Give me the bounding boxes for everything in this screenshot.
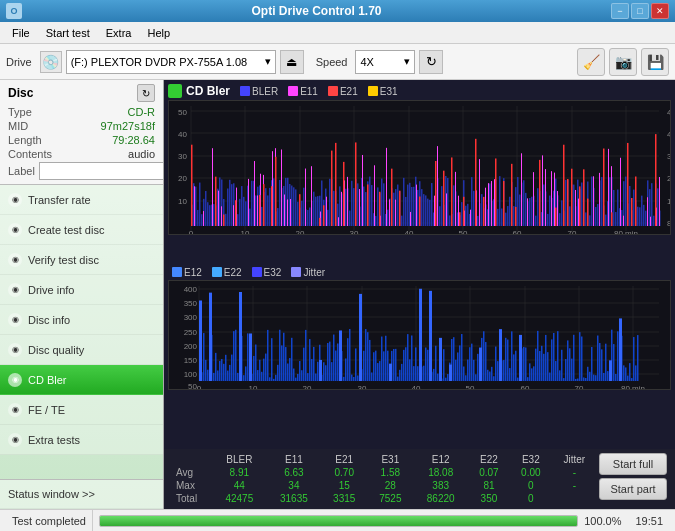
e22-color <box>212 267 222 277</box>
col-header-e12: E12 <box>413 453 468 466</box>
stats-body: Avg8.916.630.701.5818.080.070.00-Max4434… <box>172 466 667 505</box>
svg-text:50: 50 <box>466 384 475 390</box>
drive-icon: 💿 <box>40 51 62 73</box>
charts-wrapper: CD Bler BLER E11 E21 <box>164 80 675 449</box>
nav-icon-drive-info: ◉ <box>8 283 22 297</box>
svg-text:20: 20 <box>296 229 305 235</box>
toolbar: Drive 💿 (F:) PLEXTOR DVDR PX-755A 1.08 ▾… <box>0 44 675 80</box>
nav-item-cd-bler[interactable]: ◉CD Bler <box>0 365 163 395</box>
length-value: 79:28.64 <box>112 134 155 146</box>
e12-color <box>172 267 182 277</box>
time-display: 19:51 <box>635 515 663 527</box>
e32-color <box>252 267 262 277</box>
nav-item-verify-test-disc[interactable]: ◉Verify test disc <box>0 245 163 275</box>
label-input[interactable] <box>39 162 164 180</box>
start-part-button[interactable]: Start part <box>599 478 667 500</box>
nav-label-fe-te: FE / TE <box>28 404 65 416</box>
svg-text:32X: 32X <box>667 152 670 161</box>
col-header-bler: BLER <box>212 453 267 466</box>
col-header-e31: E31 <box>367 453 413 466</box>
nav-item-disc-quality[interactable]: ◉Disc quality <box>0 335 163 365</box>
nav-label-verify-test-disc: Verify test disc <box>28 254 99 266</box>
nav-item-extra-tests[interactable]: ◉Extra tests <box>0 425 163 455</box>
menu-start-test[interactable]: Start test <box>38 25 98 41</box>
drive-label: Drive <box>6 56 32 68</box>
status-window-button[interactable]: Status window >> <box>0 479 163 509</box>
start-full-button[interactable]: Start full <box>599 453 667 475</box>
col-header-jitter: Jitter <box>552 453 597 466</box>
eraser-button[interactable]: 🧹 <box>577 48 605 76</box>
svg-text:40: 40 <box>412 384 421 390</box>
svg-text:20: 20 <box>303 384 312 390</box>
stats-cell: 0 <box>510 479 552 492</box>
bler-label: BLER <box>252 86 278 97</box>
save-button[interactable]: 💾 <box>641 48 669 76</box>
svg-text:350: 350 <box>184 299 198 308</box>
svg-text:300: 300 <box>184 313 198 322</box>
col-header-e32: E32 <box>510 453 552 466</box>
menu-extra[interactable]: Extra <box>98 25 140 41</box>
eject-button[interactable]: ⏏ <box>280 50 304 74</box>
status-bar: Test completed 100.0% 19:51 <box>0 509 675 531</box>
menu-help[interactable]: Help <box>139 25 178 41</box>
nav-item-create-test-disc[interactable]: ◉Create test disc <box>0 215 163 245</box>
stats-cell: 34 <box>267 479 322 492</box>
maximize-button[interactable]: □ <box>631 3 649 19</box>
camera-button[interactable]: 📷 <box>609 48 637 76</box>
svg-text:0: 0 <box>197 384 202 390</box>
close-button[interactable]: ✕ <box>651 3 669 19</box>
menu-file[interactable]: File <box>4 25 38 41</box>
col-header-e21: E21 <box>321 453 367 466</box>
chart2-section: E12 E22 E32 Jitter <box>168 267 671 446</box>
disc-refresh-button[interactable]: ↻ <box>137 84 155 102</box>
refresh-button[interactable]: ↻ <box>419 50 443 74</box>
svg-text:30: 30 <box>178 152 187 161</box>
stats-cell: 0 <box>510 492 552 505</box>
status-message-section: Test completed <box>6 510 93 531</box>
nav-label-disc-info: Disc info <box>28 314 70 326</box>
minimize-button[interactable]: − <box>611 3 629 19</box>
e12-label: E12 <box>184 267 202 278</box>
drive-dropdown[interactable]: (F:) PLEXTOR DVDR PX-755A 1.08 ▾ <box>66 50 276 74</box>
svg-text:50: 50 <box>178 108 187 117</box>
e11-color <box>288 86 298 96</box>
nav-icon-verify-test-disc: ◉ <box>8 253 22 267</box>
nav-item-fe-te[interactable]: ◉FE / TE <box>0 395 163 425</box>
svg-text:0: 0 <box>189 229 194 235</box>
stats-cell: 42475 <box>212 492 267 505</box>
progress-bar <box>99 515 578 527</box>
chevron-down-icon: ▾ <box>404 55 410 68</box>
nav-item-transfer-rate[interactable]: ◉Transfer rate <box>0 185 163 215</box>
chevron-down-icon: ▾ <box>265 55 271 68</box>
svg-text:250: 250 <box>184 328 198 337</box>
contents-value: audio <box>128 148 155 160</box>
type-label: Type <box>8 106 32 118</box>
nav-icon-fe-te: ◉ <box>8 403 22 417</box>
length-label: Length <box>8 134 42 146</box>
e21-color <box>328 86 338 96</box>
chart2-title-bar: E12 E22 E32 Jitter <box>168 267 671 278</box>
nav-label-create-test-disc: Create test disc <box>28 224 104 236</box>
status-window-label: Status window >> <box>8 488 95 500</box>
nav-item-drive-info[interactable]: ◉Drive info <box>0 275 163 305</box>
legend2-e32: E32 <box>252 267 282 278</box>
legend-bler: BLER <box>240 86 278 97</box>
svg-text:200: 200 <box>184 342 198 351</box>
content-area: CD Bler BLER E11 E21 <box>164 80 675 509</box>
nav-label-extra-tests: Extra tests <box>28 434 80 446</box>
col-header-e11: E11 <box>267 453 322 466</box>
stats-cell: 0.07 <box>468 466 510 479</box>
e22-label: E22 <box>224 267 242 278</box>
stats-section: BLER E11 E21 E31 E12 E22 E32 Jitter Avg8… <box>164 449 675 509</box>
title-bar: O Opti Drive Control 1.70 − □ ✕ <box>0 0 675 22</box>
nav-list: ◉Transfer rate◉Create test disc◉Verify t… <box>0 185 163 455</box>
svg-text:30: 30 <box>358 384 367 390</box>
legend2-e12: E12 <box>172 267 202 278</box>
nav-icon-extra-tests: ◉ <box>8 433 22 447</box>
nav-item-disc-info[interactable]: ◉Disc info <box>0 305 163 335</box>
jitter-color <box>291 267 301 277</box>
drive-select: 💿 (F:) PLEXTOR DVDR PX-755A 1.08 ▾ <box>40 50 276 74</box>
svg-text:16X: 16X <box>667 197 670 206</box>
stats-row-label: Avg <box>172 466 212 479</box>
speed-dropdown[interactable]: 4X ▾ <box>355 50 415 74</box>
